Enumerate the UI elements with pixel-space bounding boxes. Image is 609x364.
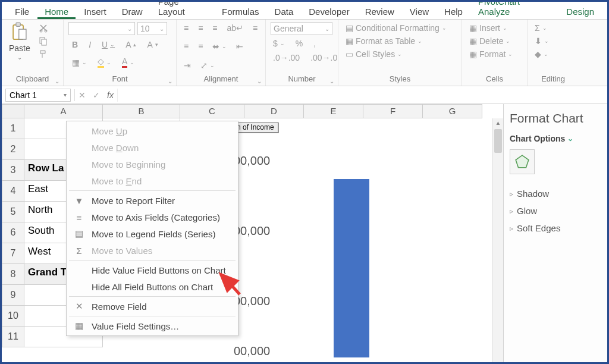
tab-file[interactable]: File [8, 4, 36, 19]
pivot-chart[interactable]: Sum of Income 00,000 00,000 00,000 00,00… [216, 118, 495, 356]
tab-developer[interactable]: Developer [302, 4, 356, 19]
ctx-label: Move to Values [92, 246, 152, 256]
row-header-1[interactable]: 1 [2, 118, 24, 139]
font-name-combo[interactable]: ⌄ [68, 22, 135, 35]
col-header-E[interactable]: E [304, 104, 363, 118]
ctx-label: Hide Value Field Buttons on Chart [92, 265, 226, 275]
cancel-formula[interactable]: ✕ [79, 90, 86, 100]
accordion-soft-edges[interactable]: Soft Edges [510, 219, 601, 237]
vertical-scrollbar[interactable]: ▲ [492, 118, 503, 364]
orientation[interactable]: ⤢⌄ [198, 59, 217, 71]
align-middle[interactable]: ≡ [196, 22, 205, 34]
insert-cells[interactable]: ▦ Insert ⌄ [467, 22, 510, 34]
ctx-hide-all-field-buttons-on-chart[interactable]: Hide All Field Buttons on Chart [67, 278, 238, 295]
group-editing-label: Editing [532, 73, 574, 84]
number-format-combo[interactable]: General⌄ [271, 22, 332, 35]
align-left[interactable]: ≡ [250, 22, 260, 34]
enter-formula[interactable]: ✓ [93, 90, 100, 100]
dec-decimal[interactable]: .00→.0 [308, 52, 340, 64]
fill[interactable]: ⬇ ⌄ [532, 35, 551, 47]
format-painter-button[interactable] [36, 48, 51, 60]
row-header-2[interactable]: 2 [2, 139, 24, 160]
tab-pivotchart-analyze[interactable]: PivotChart Analyze [471, 0, 558, 19]
cut-button[interactable] [36, 22, 51, 34]
copy-button[interactable] [36, 35, 51, 47]
align-center[interactable]: ≡ [181, 40, 191, 52]
underline-button[interactable]: U⌄ [99, 39, 117, 51]
italic-button[interactable]: I [86, 39, 93, 51]
tab-page-layout[interactable]: Page Layout [151, 0, 214, 19]
formula-bar: Chart 1▾ ✕ ✓ fx [2, 86, 607, 104]
effects-icon[interactable] [510, 149, 535, 174]
ctx-label: Value Field Settings… [92, 321, 179, 331]
select-all-corner[interactable] [2, 104, 24, 118]
border-button[interactable]: ▦⌄ [70, 55, 89, 69]
tab-home[interactable]: Home [37, 4, 76, 19]
col-header-G[interactable]: G [423, 104, 482, 118]
tab-design[interactable]: Design [559, 4, 601, 19]
cell-styles[interactable]: ▭ Cell Styles ⌄ [343, 48, 404, 60]
align-top[interactable]: ≡ [181, 22, 191, 34]
tab-review[interactable]: Review [358, 4, 401, 19]
autosum[interactable]: Σ ⌄ [532, 22, 550, 34]
ctx-move-to-axis-fields-categories[interactable]: ≡Move to Axis Fields (Categories) [67, 209, 238, 225]
percent-button[interactable]: % [293, 37, 305, 49]
bold-button[interactable]: B [70, 39, 80, 51]
name-box[interactable]: Chart 1▾ [5, 89, 71, 102]
ctx-value-field-settings[interactable]: ▦Value Field Settings… [67, 318, 238, 334]
fill-color-button[interactable]: ◇⌄ [95, 55, 114, 69]
tab-formulas[interactable]: Formulas [215, 4, 266, 19]
grow-font-button[interactable]: A▴ [123, 39, 139, 51]
align-bottom[interactable]: ≡ [210, 22, 219, 34]
formula-input[interactable] [117, 89, 604, 102]
paste-button[interactable]: Paste ⌄ [7, 22, 33, 61]
ctx-move-to-legend-fields-series[interactable]: ▤Move to Legend Fields (Series) [67, 225, 238, 242]
svg-marker-7 [516, 155, 529, 168]
tab-insert[interactable]: Insert [77, 4, 114, 19]
indent-dec[interactable]: ⇤ [234, 40, 246, 52]
col-header-B[interactable]: B [103, 104, 180, 118]
pane-section[interactable]: Chart Options⌄ [510, 134, 601, 143]
inc-decimal[interactable]: .0→.00 [271, 52, 302, 64]
tab-view[interactable]: View [403, 4, 436, 19]
row-header-4[interactable]: 4 [2, 181, 24, 202]
blank-icon [74, 142, 84, 153]
row-header-8[interactable]: 8 [2, 264, 24, 285]
currency-button[interactable]: $⌄ [271, 37, 287, 49]
format-as-table[interactable]: ▦ Format as Table ⌄ [343, 35, 425, 47]
row-header-5[interactable]: 5 [2, 202, 24, 222]
sigma-icon: Σ [74, 245, 84, 256]
row-header-9[interactable]: 9 [2, 285, 24, 306]
row-header-10[interactable]: 10 [2, 306, 24, 327]
row-header-6[interactable]: 6 [2, 222, 24, 243]
fx-icon[interactable]: fx [107, 90, 114, 100]
ctx-move-to-report-filter[interactable]: ▼Move to Report Filter [67, 192, 238, 209]
delete-cells[interactable]: ▦ Delete ⌄ [467, 35, 513, 47]
tab-help[interactable]: Help [437, 4, 470, 19]
col-header-F[interactable]: F [363, 104, 423, 118]
shrink-font-button[interactable]: A▾ [145, 39, 160, 51]
row-header-7[interactable]: 7 [2, 243, 24, 264]
col-header-C[interactable]: C [180, 104, 244, 118]
ctx-remove-field[interactable]: ✕Remove Field [67, 298, 238, 315]
ctx-hide-value-field-buttons-on-chart[interactable]: Hide Value Field Buttons on Chart [67, 262, 238, 278]
row-header-11[interactable]: 11 [2, 327, 24, 347]
tab-data[interactable]: Data [268, 4, 301, 19]
format-cells[interactable]: ▦ Format ⌄ [467, 48, 515, 60]
comma-button[interactable]: , [311, 37, 318, 49]
accordion-shadow[interactable]: Shadow [510, 185, 601, 202]
indent-inc[interactable]: ⇥ [181, 59, 193, 71]
clear[interactable]: ◆ ⌄ [532, 48, 551, 60]
ctx-move-to-values: ΣMove to Values [67, 242, 238, 259]
col-header-A[interactable]: A [24, 104, 103, 118]
tab-draw[interactable]: Draw [115, 4, 150, 19]
font-color-button[interactable]: A⌄ [120, 55, 137, 69]
col-header-D[interactable]: D [244, 104, 304, 118]
align-right[interactable]: ≡ [196, 40, 205, 52]
font-size-combo[interactable]: 10⌄ [137, 22, 167, 35]
conditional-formatting[interactable]: ▤ Conditional Formatting ⌄ [343, 22, 449, 34]
accordion-glow[interactable]: Glow [510, 202, 601, 219]
wrap-text[interactable]: ab↵ [225, 22, 246, 34]
row-header-3[interactable]: 3 [2, 160, 24, 181]
merge[interactable]: ⬌⌄ [210, 40, 229, 52]
